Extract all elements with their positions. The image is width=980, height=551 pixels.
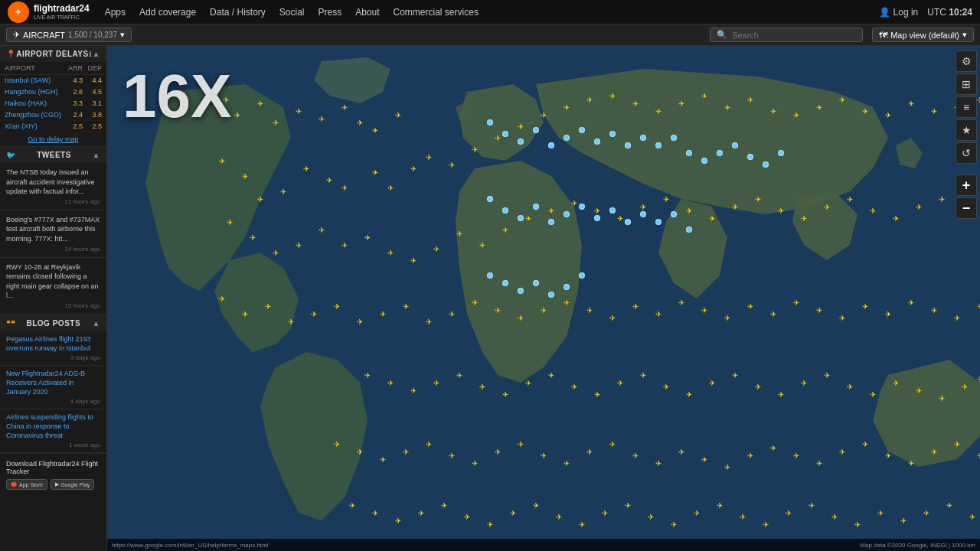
airport-dot[interactable]	[747, 154, 753, 160]
collapse-icon[interactable]: ▲	[93, 50, 100, 58]
aircraft-button[interactable]: ✈ AIRCRAFT 1,500 / 10,237 ▾	[6, 28, 132, 42]
world-map-svg	[107, 46, 980, 551]
table-row[interactable]: Hangzhou (HGH) 2.6 4.5	[0, 86, 106, 98]
tweet-time: 11 hours ago	[6, 198, 100, 205]
layers-button[interactable]: ⊞	[956, 73, 977, 95]
airport-dot[interactable]	[502, 207, 508, 214]
dep-delay: 2.5	[83, 122, 102, 130]
airport-dot[interactable]	[732, 142, 738, 148]
airport-dot[interactable]	[763, 161, 769, 168]
zoom-out-button[interactable]: −	[956, 197, 977, 219]
airport-dot[interactable]	[518, 215, 524, 221]
airport-dot[interactable]	[579, 127, 585, 133]
dep-delay: 4.5	[83, 88, 102, 96]
refresh-button[interactable]: ↺	[956, 142, 977, 164]
airport-dot[interactable]	[579, 204, 585, 210]
airport-delays-header[interactable]: 📍 AIRPORT DELAYS ℹ ▲	[0, 46, 106, 62]
airport-name: Zhengzhou (CGO)	[5, 111, 64, 119]
app-store-button[interactable]: 🍎 App Store	[6, 479, 47, 490]
airport-dot[interactable]	[671, 135, 677, 141]
logo[interactable]: ✈ flightradar24 LIVE AIR TRAFFIC	[8, 2, 90, 23]
blog-title[interactable]: Pegasus Airlines flight 2193 overruns ru…	[6, 335, 100, 353]
map-view-button[interactable]: 🗺 Map view (default) ▾	[872, 28, 974, 42]
blog-title[interactable]: New Flightradar24 ADS-B Receivers Activa…	[6, 370, 100, 396]
nav-social[interactable]: Social	[279, 7, 305, 18]
airport-dot[interactable]	[640, 211, 646, 217]
airport-dot[interactable]	[671, 211, 677, 217]
airport-dot[interactable]	[487, 272, 493, 279]
airport-dot[interactable]	[655, 219, 662, 225]
filter-button[interactable]: ≡	[956, 96, 977, 118]
airport-dot[interactable]	[609, 207, 616, 214]
nav-data[interactable]: Data / History	[210, 7, 266, 18]
google-play-button[interactable]: ▶ Google Play	[51, 479, 94, 490]
map-area[interactable]: 16X ✈✈✈✈✈✈✈✈✈✈✈✈✈✈✈✈✈✈✈✈✈✈✈✈✈✈✈✈✈✈✈✈✈✈✈✈…	[107, 46, 980, 551]
goto-delay-link[interactable]: Go to delay map	[0, 132, 106, 146]
airport-dot[interactable]	[625, 142, 631, 148]
airport-dot[interactable]	[518, 288, 524, 294]
zoom-in-button[interactable]: +	[956, 174, 977, 196]
airport-delays-title: AIRPORT DELAYS	[16, 50, 88, 58]
settings-button[interactable]: ⚙	[956, 51, 977, 72]
android-icon: ▶	[55, 481, 59, 487]
table-row[interactable]: Zhengzhou (CGO) 2.4 3.8	[0, 109, 106, 121]
airport-dot[interactable]	[701, 158, 707, 164]
collapse-icon[interactable]: ▲	[93, 151, 100, 159]
dep-delay: 3.8	[83, 111, 102, 119]
airport-dot[interactable]	[640, 135, 646, 141]
airport-dot[interactable]	[564, 135, 570, 141]
airport-dot[interactable]	[609, 131, 616, 137]
airport-dot[interactable]	[487, 196, 493, 202]
nav-press[interactable]: Press	[318, 7, 341, 18]
status-url: https://www.google.com/intl/en_US/help/t…	[112, 542, 269, 549]
arr-delay: 2.5	[64, 122, 83, 130]
apple-icon: 🍎	[11, 481, 18, 487]
airport-dot[interactable]	[594, 139, 600, 145]
airport-dot[interactable]	[686, 227, 692, 233]
airport-dot[interactable]	[686, 150, 692, 156]
airport-dot[interactable]	[594, 215, 600, 221]
airport-dot[interactable]	[579, 272, 585, 279]
airport-dot[interactable]	[564, 211, 570, 217]
utc-label: UTC 10:24	[927, 7, 972, 18]
login-button[interactable]: 👤 Log in	[879, 7, 919, 18]
tweets-title: TWEETS	[37, 151, 71, 159]
collapse-icon[interactable]: ▲	[93, 319, 100, 328]
chevron-down-icon: ▾	[120, 30, 125, 40]
blog-posts-header[interactable]: ❝❝ BLOG POSTS ▲	[0, 315, 106, 331]
download-section: Download Flightradar24 Flight Tracker 🍎 …	[0, 454, 106, 496]
airport-dot[interactable]	[548, 219, 554, 225]
list-item: Boeing's #777X and #737MAX test aircraft…	[0, 210, 106, 258]
airport-dot[interactable]	[502, 131, 508, 137]
table-row[interactable]: Xi'an (XIY) 2.5 2.5	[0, 121, 106, 132]
nav-commercial[interactable]: Commercial services	[394, 7, 479, 18]
airport-dot[interactable]	[717, 150, 723, 156]
blog-title[interactable]: Airlines suspending flights to China in …	[6, 413, 100, 440]
airport-dot[interactable]	[548, 142, 554, 148]
search-bar[interactable]: 🔍	[710, 28, 863, 42]
airport-dot[interactable]	[502, 280, 508, 286]
nav-apps[interactable]: Apps	[105, 7, 126, 18]
search-input[interactable]	[732, 31, 847, 40]
table-row[interactable]: Haikou (HAK) 3.3 3.1	[0, 98, 106, 109]
airport-dot[interactable]	[778, 150, 784, 156]
airport-dot[interactable]	[564, 284, 570, 290]
blog-time: 3 days ago	[6, 354, 100, 361]
store-buttons: 🍎 App Store ▶ Google Play	[6, 479, 100, 490]
airport-dot[interactable]	[655, 142, 662, 148]
nav-coverage[interactable]: Add coverage	[139, 7, 196, 18]
nav-right: 👤 Log in UTC 10:24	[879, 7, 972, 18]
left-panel: 📍 AIRPORT DELAYS ℹ ▲ AIRPORT ARR DEP Ist…	[0, 46, 107, 551]
table-row[interactable]: Istanbul (SAW) 4.3 4.4	[0, 75, 106, 86]
nav-about[interactable]: About	[355, 7, 379, 18]
airport-dot[interactable]	[533, 280, 539, 286]
airport-dot[interactable]	[533, 204, 539, 210]
airport-dot[interactable]	[487, 119, 493, 126]
favorites-button[interactable]: ★	[956, 119, 977, 141]
tweets-header[interactable]: 🐦 TWEETS ▲	[0, 147, 106, 163]
airport-dot[interactable]	[548, 292, 554, 298]
airport-dot[interactable]	[518, 139, 524, 145]
airport-dot[interactable]	[625, 219, 631, 225]
user-icon: 👤	[879, 7, 890, 18]
airport-dot[interactable]	[533, 127, 539, 133]
